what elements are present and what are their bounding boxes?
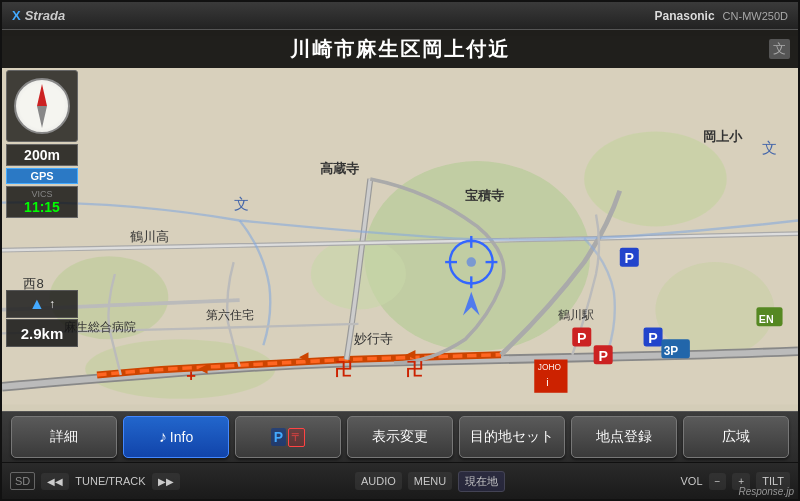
svg-text:+: +: [186, 366, 196, 385]
response-logo: Response.jp: [738, 486, 794, 497]
next-track-button[interactable]: ▶▶: [152, 473, 180, 490]
vol-label: VOL: [680, 475, 702, 487]
svg-text:EN: EN: [759, 313, 774, 325]
compass-box: [6, 70, 78, 142]
center-controls: AUDIO MENU 現在地: [355, 471, 505, 492]
map-svg: 卍 卍 + P P: [2, 30, 798, 411]
svg-text:i: i: [546, 376, 548, 388]
parking-p-icon: P: [271, 428, 286, 446]
vics-label: VICS: [11, 189, 73, 199]
post-icon: 〒: [288, 428, 305, 447]
svg-text:JOHO: JOHO: [538, 362, 562, 372]
wide-button[interactable]: 広域: [683, 416, 789, 458]
text-icon: 文: [769, 39, 790, 59]
compass-needle-north: [37, 84, 47, 106]
music-note-icon: ♪: [159, 428, 167, 446]
model-label: CN-MW250D: [723, 10, 788, 22]
svg-text:妙行寺: 妙行寺: [354, 331, 393, 346]
main-area: 卍 卍 + P P: [2, 30, 798, 463]
map-canvas[interactable]: 卍 卍 + P P: [2, 30, 798, 411]
display-change-button[interactable]: 表示変更: [347, 416, 453, 458]
distance-box: 2.9km: [6, 319, 78, 347]
destination-button[interactable]: 目的地セット: [459, 416, 565, 458]
landmark-button[interactable]: 地点登録: [571, 416, 677, 458]
detail-button[interactable]: 詳細: [11, 416, 117, 458]
direction-box: ▲ ↑: [6, 290, 78, 318]
svg-text:西8: 西8: [23, 276, 43, 291]
parking-button[interactable]: P 〒: [235, 416, 341, 458]
compass-inner: [14, 78, 70, 134]
svg-text:鶴川高: 鶴川高: [130, 229, 169, 244]
brand-left: X Strada: [12, 8, 65, 23]
svg-text:P: P: [598, 348, 608, 364]
prev-track-button[interactable]: ◀◀: [41, 473, 69, 490]
svg-text:P: P: [625, 250, 635, 266]
svg-text:宝積寺: 宝積寺: [465, 188, 505, 203]
svg-text:3P: 3P: [664, 344, 679, 358]
gps-status-box: GPS: [6, 168, 78, 184]
brand-right: Panasonic CN-MW250D: [655, 9, 788, 23]
svg-text:P: P: [577, 330, 587, 346]
svg-point-3: [584, 131, 727, 226]
svg-text:鶴川駅: 鶴川駅: [558, 308, 594, 322]
svg-point-14: [467, 257, 477, 267]
scale-box: 200m: [6, 144, 78, 166]
svg-text:高蔵寺: 高蔵寺: [320, 161, 360, 176]
svg-text:岡上小: 岡上小: [703, 129, 743, 144]
compass-needle-south: [37, 106, 47, 128]
svg-text:卍: 卍: [406, 360, 423, 379]
current-location-button[interactable]: 現在地: [458, 471, 505, 492]
svg-text:文: 文: [762, 139, 777, 156]
panasonic-label: Panasonic: [655, 9, 715, 23]
svg-text:P: P: [648, 330, 658, 346]
svg-text:第六住宅: 第六住宅: [206, 308, 254, 322]
left-controls: SD ◀◀ TUNE/TRACK ▶▶: [10, 472, 180, 490]
device-frame: X Strada Panasonic CN-MW250D: [0, 0, 800, 501]
distance-panel: ▲ ↑ 2.9km: [6, 290, 78, 347]
strada-logo: Strada: [25, 8, 65, 23]
svg-text:卍: 卍: [335, 360, 352, 379]
svg-text:文: 文: [234, 195, 249, 212]
x-brand-mark: X: [12, 8, 21, 23]
distance-text: 2.9km: [21, 325, 64, 342]
sd-card-icon: SD: [10, 472, 35, 490]
up-arrow-icon: ▲: [29, 295, 45, 313]
vol-minus-button[interactable]: −: [709, 473, 727, 490]
function-buttons: 詳細 ♪ Info P 〒 表示変更 目的地セット 地点登録 広域: [2, 411, 798, 463]
left-panel: 200m GPS VICS 11:15: [6, 70, 96, 218]
location-bar: 川崎市麻生区岡上付近 文: [2, 30, 798, 68]
location-text: 川崎市麻生区岡上付近: [290, 36, 510, 63]
menu-button[interactable]: MENU: [408, 472, 452, 490]
info-button[interactable]: ♪ Info: [123, 416, 229, 458]
direction-arrow: ↑: [49, 297, 55, 311]
control-bar: SD ◀◀ TUNE/TRACK ▶▶ AUDIO MENU 現在地 VOL −…: [2, 463, 798, 499]
audio-button[interactable]: AUDIO: [355, 472, 402, 490]
top-bar: X Strada Panasonic CN-MW250D: [2, 2, 798, 30]
tune-track-label: TUNE/TRACK: [75, 475, 145, 487]
vics-time: 11:15: [11, 199, 73, 215]
vics-box: VICS 11:15: [6, 186, 78, 218]
